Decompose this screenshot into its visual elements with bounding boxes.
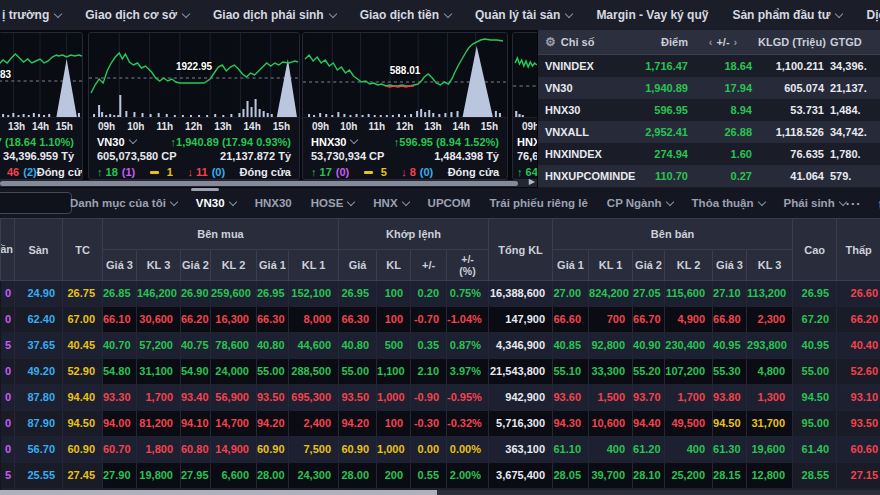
index-name: HNXUPCOMINDE — [538, 165, 638, 187]
chevron-down-icon — [444, 9, 452, 17]
charts-horizontal-scrollbar[interactable]: ▶ — [0, 180, 537, 187]
index-row[interactable]: HNX30596.958.9453.7311,484. — [538, 99, 880, 121]
ref-price-label: 83 — [0, 69, 11, 80]
total-volume: 5,716,300 — [489, 411, 553, 437]
nav-item-giao-dich-phai-sinh[interactable]: Giao dịch phái sinh — [213, 8, 336, 22]
index-klgd: 605.074 — [758, 77, 830, 99]
scrollbar-thumb[interactable] — [0, 181, 518, 186]
gear-icon[interactable]: ⚙ — [545, 31, 556, 53]
index-selector[interactable]: VN30 — [97, 136, 136, 148]
board-row[interactable]: 537.6540.4540.7057,20040.7578,60040.8044… — [1, 333, 880, 359]
col-change: +/- — [716, 36, 729, 48]
tab-hose[interactable]: HOSE — [311, 188, 355, 218]
index-row[interactable]: VNXALL2,952.4126.881,118.52634,742. — [538, 121, 880, 143]
match-change-pct: 0.75% — [447, 281, 489, 307]
nav-item-dich-vu-tien-ich[interactable]: Dịch vụ & Tiện ích — [866, 8, 880, 22]
price-reference: 94.40 — [63, 385, 103, 411]
symbol-search-input[interactable] — [0, 192, 72, 214]
buy-price-1: 60.90 — [257, 437, 289, 463]
sell-price-2: 27.05 — [633, 281, 665, 307]
time-label: 11h — [368, 121, 385, 132]
high-price: 61.40 — [793, 437, 837, 463]
tab-thoa-thuan[interactable]: Thỏa thuận — [692, 188, 765, 218]
tab-cp-nganh[interactable]: CP Ngành — [607, 188, 673, 218]
index-change: 6.47 (18.64 1.10%) — [0, 136, 74, 148]
tab-list: Danh mục của tôiVN30HNX30HOSEHNXUPCOMTrá… — [70, 188, 846, 218]
group-buy: Bên mua — [103, 219, 339, 250]
sell-vol-3: 2,300 — [747, 307, 793, 333]
chart-card-hnx30[interactable]: 588.01 09h10h11h12h13h14h15h HNX30 ↑596.… — [302, 32, 508, 180]
prev-column-icon[interactable]: ‹ — [709, 36, 713, 48]
nav-item-giao-dich-co-so[interactable]: Giao dịch cơ sở — [85, 8, 189, 22]
sell-vol-1: 1,500 — [589, 385, 633, 411]
nav-item-i-truong[interactable]: ị trường — [2, 8, 61, 22]
scrollbar-thumb[interactable] — [0, 490, 437, 495]
chevron-down-icon — [347, 197, 355, 205]
scroll-right-icon[interactable]: ▶ — [529, 177, 535, 186]
sell-vol-1: 824,200 — [589, 281, 633, 307]
tab-hnx[interactable]: HNX — [373, 188, 408, 218]
board-row[interactable]: 049.2052.9054.8031,10054.9024,00055.0028… — [1, 359, 880, 385]
index-gtgd: 34,742. — [830, 121, 880, 143]
buy-vol-3: 31,100 — [137, 359, 181, 385]
high-price: 26.95 — [793, 281, 837, 307]
index-row[interactable]: HNXINDEX274.941.6076.6351,780. — [538, 143, 880, 165]
more-tabs-button[interactable]: ··· — [846, 196, 862, 211]
decliners-count: ↓ 8 — [401, 166, 416, 178]
sell-price-1: 61.10 — [553, 437, 589, 463]
board-row[interactable]: 024.9026.7526.85146,20026.90259,60026.95… — [1, 281, 880, 307]
price-ceiling: 0 — [1, 307, 15, 333]
sell-vol-2: 400 — [665, 437, 713, 463]
sell-vol-2: 1,700 — [665, 385, 713, 411]
match-price: 60.90 — [339, 437, 377, 463]
buy-price-3: 60.70 — [103, 437, 137, 463]
nav-item-giao-dich-tien[interactable]: Giao dịch tiền — [360, 8, 451, 22]
board-row[interactable]: 087.8094.4093.301,70093.4056,90093.50695… — [1, 385, 880, 411]
time-axis: 09h10h11h12h13h14h15h — [89, 118, 299, 134]
chevron-down-icon — [328, 9, 336, 17]
price-floor: 24.90 — [15, 281, 63, 307]
active-tab-indicator — [191, 188, 219, 191]
nav-item-san-pham-au-tu[interactable]: Sản phẩm đầu tư — [732, 8, 842, 22]
chevron-down-icon — [665, 197, 673, 205]
index-row[interactable]: VNINDEX1,716.4718.641,100.21134,396. — [538, 55, 880, 77]
chart-card-vn30[interactable]: 1922.95 09h10h11h12h13h14h15h VN30 ↑1,94… — [88, 32, 300, 180]
time-label: 13h — [8, 121, 25, 132]
tab-danh-muc-cua-toi[interactable]: Danh mục của tôi — [70, 188, 177, 218]
col-buy-price-2: Giá 2 — [181, 250, 211, 281]
col-gtgd: GTGD — [830, 31, 880, 53]
time-label: 14h — [32, 121, 49, 132]
chevron-down-icon — [54, 9, 62, 17]
tab-vn30[interactable]: VN30 — [196, 188, 236, 218]
buy-price-2: 94.10 — [181, 411, 211, 437]
board-row[interactable]: 525.5527.4527.9019,80027.956,60028.0024,… — [1, 463, 880, 489]
chart-card-vnindex[interactable]: 83 13h14h15h 6.47 (18.64 1.10%) 34,396.9… — [0, 32, 83, 180]
indices-header: ⚙Chỉ số Điểm ‹+/-› KLGD (Triệu) GTGD — [538, 30, 880, 55]
index-selector[interactable]: HNX30 — [311, 136, 357, 148]
index-change: ↑596.95 (8.94 1.52%) — [394, 136, 499, 148]
buy-price-3: 27.90 — [103, 463, 137, 489]
board-row[interactable]: 087.9094.5094.0081,20094.1014,70094.202,… — [1, 411, 880, 437]
index-selector[interactable]: HNXI — [517, 136, 537, 148]
board-row[interactable]: 062.4067.0066.1030,60066.2016,30066.308,… — [1, 307, 880, 333]
nav-item-quan-ly-tai-san[interactable]: Quản lý tài sản — [475, 8, 572, 22]
low-price: 60.60 — [837, 437, 880, 463]
sell-price-3: 55.30 — [713, 359, 747, 385]
tab-trai-phieu-rieng-le[interactable]: Trái phiếu riêng lẻ — [489, 188, 587, 218]
col-sell-vol-3: KL 3 — [747, 250, 793, 281]
high-price: 28.55 — [793, 463, 837, 489]
tab-upcom[interactable]: UPCOM — [428, 188, 471, 218]
match-change: -0.30 — [411, 411, 447, 437]
sell-price-1: 40.85 — [553, 333, 589, 359]
nav-item-margin-vay-ky-quy[interactable]: Margin - Vay ký quỹ — [596, 8, 708, 22]
tab-hnx30[interactable]: HNX30 — [255, 188, 292, 218]
tab-phai-sinh[interactable]: Phái sinh — [784, 188, 846, 218]
board-horizontal-scrollbar[interactable] — [0, 490, 880, 495]
sell-price-2: 66.70 — [633, 307, 665, 333]
board-row[interactable]: 056.7060.9060.701,80060.8014,90060.907,5… — [1, 437, 880, 463]
next-column-icon[interactable]: › — [734, 36, 738, 48]
index-row[interactable]: HNXUPCOMINDE110.700.2741.064579. — [538, 165, 880, 187]
col-low: Thấp — [837, 219, 880, 281]
chart-card-hnxindex[interactable]: 09h HNXI 76,63 ↑ 64 — [512, 32, 537, 180]
index-row[interactable]: VN301,940.8917.94605.07421,137. — [538, 77, 880, 99]
